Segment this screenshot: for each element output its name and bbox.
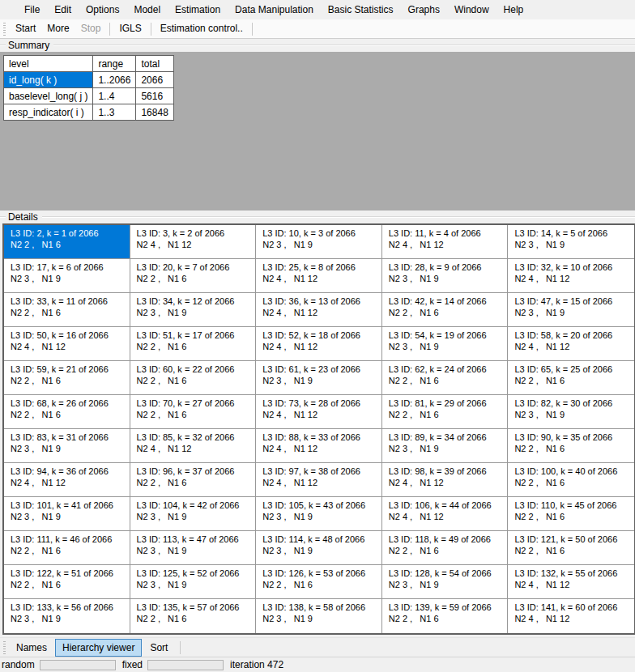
details-cell[interactable]: L3 ID: 118, k = 49 of 2066N2 2 , N1 6 — [382, 531, 509, 565]
details-cell[interactable]: L3 ID: 47, k = 15 of 2066N2 3 , N1 9 — [508, 293, 634, 327]
details-cell[interactable]: L3 ID: 34, k = 12 of 2066N2 3 , N1 9 — [130, 293, 257, 327]
details-cell[interactable]: L3 ID: 98, k = 39 of 2066N2 4 , N1 12 — [382, 463, 509, 497]
details-cell[interactable]: L3 ID: 110, k = 45 of 2066N2 2 , N1 6 — [508, 497, 634, 531]
details-cell[interactable]: L3 ID: 14, k = 5 of 2066N2 3 , N1 9 — [508, 225, 634, 259]
menu-item-data-manipulation[interactable]: Data Manipulation — [228, 0, 321, 19]
details-cell-line1: L3 ID: 135, k = 57 of 2066 — [137, 602, 254, 613]
details-cell[interactable]: L3 ID: 52, k = 18 of 2066N2 4 , N1 12 — [256, 327, 382, 361]
details-cell[interactable]: L3 ID: 68, k = 26 of 2066N2 2 , N1 6 — [4, 395, 130, 429]
summary-level-cell[interactable]: baselevel_long( j ) — [4, 88, 93, 104]
details-cell[interactable]: L3 ID: 125, k = 52 of 2066N2 3 , N1 9 — [130, 565, 257, 599]
tab-names[interactable]: Names — [10, 640, 53, 656]
toolbar-button-more[interactable]: More — [41, 20, 75, 37]
tab-sort[interactable]: Sort — [143, 640, 174, 656]
details-cell[interactable]: L3 ID: 59, k = 21 of 2066N2 2 , N1 6 — [4, 361, 130, 395]
details-cell[interactable]: L3 ID: 73, k = 28 of 2066N2 4 , N1 12 — [256, 395, 382, 429]
details-cell[interactable]: L3 ID: 10, k = 3 of 2066N2 3 , N1 9 — [256, 225, 382, 259]
menu-item-basic-statistics[interactable]: Basic Statistics — [321, 0, 401, 19]
menu-item-help[interactable]: Help — [496, 0, 531, 19]
details-cell[interactable]: L3 ID: 61, k = 23 of 2066N2 3 , N1 9 — [256, 361, 382, 395]
details-cell[interactable]: L3 ID: 36, k = 13 of 2066N2 4 , N1 12 — [256, 293, 382, 327]
toolbar-separator — [252, 23, 253, 36]
details-cell[interactable]: L3 ID: 82, k = 30 of 2066N2 3 , N1 9 — [508, 395, 634, 429]
details-cell[interactable]: L3 ID: 105, k = 43 of 2066N2 3 , N1 9 — [256, 497, 382, 531]
details-cell[interactable]: L3 ID: 50, k = 16 of 2066N2 4 , N1 12 — [4, 327, 130, 361]
toolbar-button-estimation-control[interactable]: Estimation control.. — [155, 20, 249, 37]
menu-item-options[interactable]: Options — [79, 0, 126, 19]
summary-level-cell[interactable]: id_long( k ) — [4, 72, 93, 88]
toolbar-gripper[interactable] — [3, 23, 6, 36]
details-cell-line1: L3 ID: 94, k = 36 of 2066 — [11, 466, 128, 477]
details-cell[interactable]: L3 ID: 101, k = 41 of 2066N2 3 , N1 9 — [4, 497, 130, 531]
summary-level-cell[interactable]: resp_indicator( i ) — [4, 104, 93, 121]
details-cell[interactable]: L3 ID: 11, k = 4 of 2066N2 4 , N1 12 — [382, 225, 509, 259]
details-cell-line2: N2 2 , N1 6 — [389, 375, 506, 386]
details-cell[interactable]: L3 ID: 25, k = 8 of 2066N2 4 , N1 12 — [256, 259, 382, 293]
details-cell[interactable]: L3 ID: 113, k = 47 of 2066N2 3 , N1 9 — [130, 531, 257, 565]
menu-item-file[interactable]: File — [17, 0, 47, 19]
details-cell-line2: N2 4 , N1 12 — [389, 511, 506, 522]
toolbar-button-start[interactable]: Start — [10, 20, 41, 37]
details-cell[interactable]: L3 ID: 106, k = 44 of 2066N2 4 , N1 12 — [382, 497, 509, 531]
details-cell[interactable]: L3 ID: 58, k = 20 of 2066N2 4 , N1 12 — [508, 327, 634, 361]
summary-column-header-level: level — [4, 56, 93, 72]
details-cell[interactable]: L3 ID: 90, k = 35 of 2066N2 2 , N1 6 — [508, 429, 634, 463]
tabbar-gripper[interactable] — [3, 641, 6, 654]
details-cell[interactable]: L3 ID: 83, k = 31 of 2066N2 3 , N1 9 — [4, 429, 130, 463]
details-cell[interactable]: L3 ID: 3, k = 2 of 2066N2 4 , N1 12 — [130, 225, 257, 259]
details-cell[interactable]: L3 ID: 135, k = 57 of 2066N2 2 , N1 6 — [130, 599, 257, 633]
details-cell[interactable]: L3 ID: 111, k = 46 of 2066N2 2 , N1 6 — [4, 531, 130, 565]
details-cell[interactable]: L3 ID: 33, k = 11 of 2066N2 2 , N1 6 — [4, 293, 130, 327]
menu-item-estimation[interactable]: Estimation — [168, 0, 228, 19]
details-cell[interactable]: L3 ID: 126, k = 53 of 2066N2 2 , N1 6 — [256, 565, 382, 599]
hierarchy-viewer-window: FileEditOptionsModelEstimationData Manip… — [0, 0, 635, 672]
details-cell-line2: N2 3 , N1 9 — [262, 375, 380, 386]
details-cell[interactable]: L3 ID: 114, k = 48 of 2066N2 3 , N1 9 — [256, 531, 382, 565]
details-cell[interactable]: L3 ID: 51, k = 17 of 2066N2 2 , N1 6 — [130, 327, 257, 361]
details-cell[interactable]: L3 ID: 81, k = 29 of 2066N2 2 , N1 6 — [382, 395, 509, 429]
details-cell-line1: L3 ID: 68, k = 26 of 2066 — [11, 398, 128, 409]
details-cell-line1: L3 ID: 20, k = 7 of 2066 — [137, 262, 254, 273]
details-cell[interactable]: L3 ID: 96, k = 37 of 2066N2 2 , N1 6 — [130, 463, 257, 497]
details-cell[interactable]: L3 ID: 122, k = 51 of 2066N2 2 , N1 6 — [4, 565, 130, 599]
details-cell[interactable]: L3 ID: 65, k = 25 of 2066N2 2 , N1 6 — [508, 361, 634, 395]
details-cell[interactable]: L3 ID: 141, k = 60 of 2066N2 4 , N1 12 — [508, 599, 634, 633]
details-cell[interactable]: L3 ID: 132, k = 55 of 2066N2 4 , N1 12 — [508, 565, 634, 599]
details-cell[interactable]: L3 ID: 128, k = 54 of 2066N2 3 , N1 9 — [382, 565, 509, 599]
details-cell-line2: N2 2 , N1 6 — [11, 409, 128, 420]
menu-item-edit[interactable]: Edit — [47, 0, 79, 19]
details-cell[interactable]: L3 ID: 20, k = 7 of 2066N2 2 , N1 6 — [130, 259, 257, 293]
menu-item-model[interactable]: Model — [126, 0, 168, 19]
details-cell[interactable]: L3 ID: 89, k = 34 of 2066N2 3 , N1 9 — [382, 429, 509, 463]
details-cell[interactable]: L3 ID: 104, k = 42 of 2066N2 3 , N1 9 — [130, 497, 257, 531]
menu-item-graphs[interactable]: Graphs — [401, 0, 447, 19]
details-cell-line2: N2 2 , N1 6 — [262, 579, 380, 590]
summary-row: id_long( k )1..20662066 — [4, 72, 174, 88]
details-cell[interactable]: L3 ID: 54, k = 19 of 2066N2 3 , N1 9 — [382, 327, 509, 361]
details-cell[interactable]: L3 ID: 138, k = 58 of 2066N2 3 , N1 9 — [256, 599, 382, 633]
details-cell[interactable]: L3 ID: 70, k = 27 of 2066N2 2 , N1 6 — [130, 395, 257, 429]
details-cell[interactable]: L3 ID: 100, k = 40 of 2066N2 2 , N1 6 — [508, 463, 634, 497]
details-cell[interactable]: L3 ID: 17, k = 6 of 2066N2 3 , N1 9 — [4, 259, 130, 293]
details-cell[interactable]: L3 ID: 28, k = 9 of 2066N2 3 , N1 9 — [382, 259, 509, 293]
details-cell-line1: L3 ID: 126, k = 53 of 2066 — [262, 568, 380, 579]
details-cell-line1: L3 ID: 98, k = 39 of 2066 — [389, 466, 506, 477]
details-cell[interactable]: L3 ID: 32, k = 10 of 2066N2 4 , N1 12 — [508, 259, 634, 293]
details-cell[interactable]: L3 ID: 97, k = 38 of 2066N2 4 , N1 12 — [256, 463, 382, 497]
details-cell-line2: N2 2 , N1 6 — [389, 409, 506, 420]
details-cell[interactable]: L3 ID: 88, k = 33 of 2066N2 4 , N1 12 — [256, 429, 382, 463]
tab-hierarchy-viewer[interactable]: Hierarchy viewer — [56, 640, 141, 656]
details-cell[interactable]: L3 ID: 121, k = 50 of 2066N2 2 , N1 6 — [508, 531, 634, 565]
summary-row: resp_indicator( i )1..316848 — [4, 104, 174, 121]
details-cell[interactable]: L3 ID: 85, k = 32 of 2066N2 4 , N1 12 — [130, 429, 257, 463]
details-cell[interactable]: L3 ID: 2, k = 1 of 2066N2 2 , N1 6 — [4, 225, 130, 259]
toolbar-button-igls[interactable]: IGLS — [113, 20, 147, 37]
details-cell[interactable]: L3 ID: 139, k = 59 of 2066N2 2 , N1 6 — [382, 599, 509, 633]
details-cell[interactable]: L3 ID: 42, k = 14 of 2066N2 2 , N1 6 — [382, 293, 509, 327]
details-cell[interactable]: L3 ID: 62, k = 24 of 2066N2 2 , N1 6 — [382, 361, 509, 395]
details-cell[interactable]: L3 ID: 94, k = 36 of 2066N2 4 , N1 12 — [4, 463, 130, 497]
details-cell-line1: L3 ID: 83, k = 31 of 2066 — [11, 432, 128, 443]
details-cell[interactable]: L3 ID: 133, k = 56 of 2066N2 3 , N1 9 — [4, 599, 130, 633]
menu-item-window[interactable]: Window — [447, 0, 496, 19]
details-cell[interactable]: L3 ID: 60, k = 22 of 2066N2 2 , N1 6 — [130, 361, 257, 395]
